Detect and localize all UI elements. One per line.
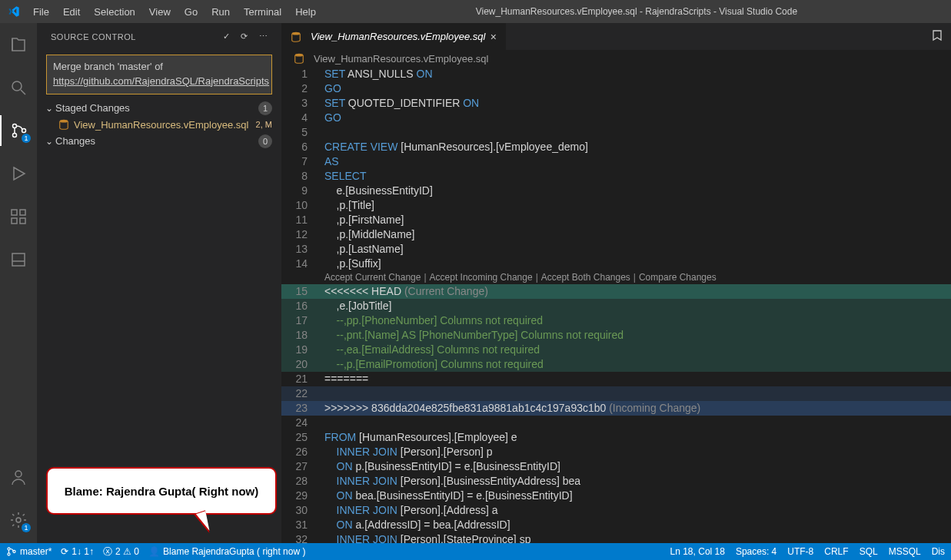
accept-current[interactable]: Accept Current Change: [324, 270, 421, 285]
code-line[interactable]: 23>>>>>>> 836dda204e825fbe831a9881ab1c4c…: [281, 401, 951, 416]
svg-point-13: [295, 54, 304, 57]
code-line[interactable]: 18 --,pnt.[Name] AS [PhoneNumberType] Co…: [281, 328, 951, 343]
code-line[interactable]: 14 ,p.[Suffix]: [281, 257, 951, 271]
svg-rect-6: [12, 218, 17, 224]
compare-changes-icon[interactable]: [931, 29, 943, 44]
code-line[interactable]: 11 ,p.[FirstName]: [281, 213, 951, 227]
code-line[interactable]: 15<<<<<<< HEAD (Current Change): [281, 284, 951, 299]
eol-status[interactable]: CRLF: [824, 546, 848, 557]
explorer-icon[interactable]: [0, 29, 37, 60]
staged-file-row[interactable]: View_HumanResources.vEmployee.sql 2, M: [37, 118, 281, 132]
commit-msg-text: Merge branch 'master' of: [53, 61, 163, 72]
menu-go[interactable]: Go: [178, 3, 204, 21]
chevron-down-icon: ⌄: [43, 103, 55, 114]
svg-rect-7: [20, 218, 25, 224]
menu-help[interactable]: Help: [289, 3, 322, 21]
blame-callout: Blame: Rajendra Gupta( Right now): [46, 467, 277, 515]
blame-status[interactable]: 👤 Blame RajendraGupta ( right now ): [148, 546, 305, 557]
code-line[interactable]: 19 --,ea.[EmailAddress] Columns not requ…: [281, 343, 951, 357]
svg-point-1: [13, 124, 17, 128]
code-line[interactable]: 9 e.[BusinessEntityID]: [281, 184, 951, 198]
mssql-status[interactable]: MSSQL: [889, 546, 921, 557]
code-line[interactable]: 16 ,e.[JobTitle]: [281, 299, 951, 313]
problems-status[interactable]: ⓧ 2 ⚠ 0: [103, 545, 139, 558]
scm-badge: 1: [22, 134, 31, 143]
settings-badge: 1: [22, 523, 31, 532]
sync-status[interactable]: ⟳ 1↓ 1↑: [61, 546, 94, 557]
svg-point-0: [12, 81, 22, 91]
staged-changes-section[interactable]: ⌄ Staged Changes 1: [37, 99, 281, 118]
menu-selection[interactable]: Selection: [88, 3, 141, 21]
chevron-down-icon: ⌄: [43, 136, 55, 147]
svg-point-11: [60, 120, 68, 123]
menu-terminal[interactable]: Terminal: [238, 3, 288, 21]
code-line[interactable]: 3SET QUOTED_IDENTIFIER ON: [281, 96, 951, 111]
close-tab-icon[interactable]: ×: [490, 31, 496, 43]
source-control-icon[interactable]: 1: [0, 115, 37, 146]
run-debug-icon[interactable]: [0, 158, 37, 189]
code-line[interactable]: 30 INNER JOIN [Person].[Address] a: [281, 503, 951, 518]
tab-title: View_HumanResources.vEmployee.sql: [311, 31, 485, 42]
compare-changes[interactable]: Compare Changes: [639, 270, 717, 285]
code-line[interactable]: 28 INNER JOIN [Person].[BusinessEntityAd…: [281, 474, 951, 489]
breadcrumbs[interactable]: View_HumanResources.vEmployee.sql: [281, 50, 951, 67]
language-status[interactable]: SQL: [860, 546, 878, 557]
accept-incoming[interactable]: Accept Incoming Change: [430, 270, 533, 285]
code-line[interactable]: 21=======: [281, 372, 951, 386]
code-line[interactable]: 24: [281, 416, 951, 430]
cursor-position[interactable]: Ln 18, Col 18: [670, 546, 725, 557]
editor-tab[interactable]: View_HumanResources.vEmployee.sql ×: [281, 23, 507, 50]
source-control-sidebar: SOURCE CONTROL ✓ ⟳ ⋯ Merge branch 'maste…: [37, 23, 281, 543]
breadcrumb-file: View_HumanResources.vEmployee.sql: [314, 53, 488, 65]
indentation-status[interactable]: Spaces: 4: [736, 546, 776, 557]
menu-edit[interactable]: Edit: [57, 3, 86, 21]
code-line[interactable]: 6CREATE VIEW [HumanResources].[vEmployee…: [281, 140, 951, 154]
changes-section[interactable]: ⌄ Changes 0: [37, 132, 281, 151]
code-line[interactable]: 17 --,pp.[PhoneNumber] Columns not requi…: [281, 313, 951, 328]
code-line[interactable]: 26 INNER JOIN [Person].[Person] p: [281, 445, 951, 459]
refresh-icon[interactable]: ⟳: [241, 31, 248, 41]
more-actions-icon[interactable]: ⋯: [259, 31, 268, 41]
code-line[interactable]: 4GO: [281, 111, 951, 125]
code-line[interactable]: 31 ON a.[AddressID] = bea.[AddressID]: [281, 518, 951, 532]
window-title: View_HumanResources.vEmployee.sql - Raje…: [322, 6, 951, 17]
changes-label: Changes: [55, 135, 258, 147]
code-line[interactable]: 12 ,p.[MiddleName]: [281, 227, 951, 242]
merge-codelens: Accept Current Change | Accept Incoming …: [281, 271, 951, 284]
code-line[interactable]: 32 INNER JOIN [Person].[StateProvince] s…: [281, 532, 951, 543]
code-line[interactable]: 20 --,p.[EmailPromotion] Columns not req…: [281, 357, 951, 372]
extensions-icon[interactable]: [0, 201, 37, 232]
code-line[interactable]: 29 ON bea.[BusinessEntityID] = e.[Busine…: [281, 489, 951, 503]
disconnect-status[interactable]: Dis: [932, 546, 945, 557]
code-line[interactable]: 7AS: [281, 154, 951, 169]
accounts-icon[interactable]: [0, 462, 37, 492]
code-line[interactable]: 22: [281, 386, 951, 401]
code-line[interactable]: 8SELECT: [281, 169, 951, 184]
code-line[interactable]: 25FROM [HumanResources].[Employee] e: [281, 430, 951, 445]
menu-run[interactable]: Run: [205, 3, 236, 21]
accept-both[interactable]: Accept Both Changes: [541, 270, 630, 285]
activity-bar: 1 1: [0, 23, 37, 543]
changes-count: 0: [258, 134, 272, 148]
branch-status[interactable]: master*: [6, 546, 52, 557]
code-editor[interactable]: 1SET ANSI_NULLS ON2GO3SET QUOTED_IDENTIF…: [281, 67, 951, 543]
code-line[interactable]: 13 ,p.[LastName]: [281, 242, 951, 257]
sync-text: 1↓ 1↑: [71, 546, 94, 557]
editor-tabs: View_HumanResources.vEmployee.sql ×: [281, 23, 951, 50]
svg-point-14: [8, 548, 10, 550]
encoding-status[interactable]: UTF-8: [787, 546, 813, 557]
commit-check-icon[interactable]: ✓: [223, 31, 231, 41]
menu-view[interactable]: View: [143, 3, 177, 21]
commit-message-input[interactable]: Merge branch 'master' of https://github.…: [46, 55, 272, 94]
code-line[interactable]: 2GO: [281, 81, 951, 96]
code-line[interactable]: 5: [281, 125, 951, 140]
blame-text: Blame RajendraGupta ( right now ): [163, 546, 305, 557]
code-line[interactable]: 1SET ANSI_NULLS ON: [281, 67, 951, 81]
settings-gear-icon[interactable]: 1: [0, 505, 37, 535]
sidebar-title: SOURCE CONTROL: [51, 32, 223, 41]
panel-icon[interactable]: [0, 244, 37, 275]
code-line[interactable]: 10 ,p.[Title]: [281, 198, 951, 213]
code-line[interactable]: 27 ON p.[BusinessEntityID] = e.[Business…: [281, 459, 951, 474]
search-icon[interactable]: [0, 72, 37, 103]
menu-file[interactable]: File: [27, 3, 55, 21]
